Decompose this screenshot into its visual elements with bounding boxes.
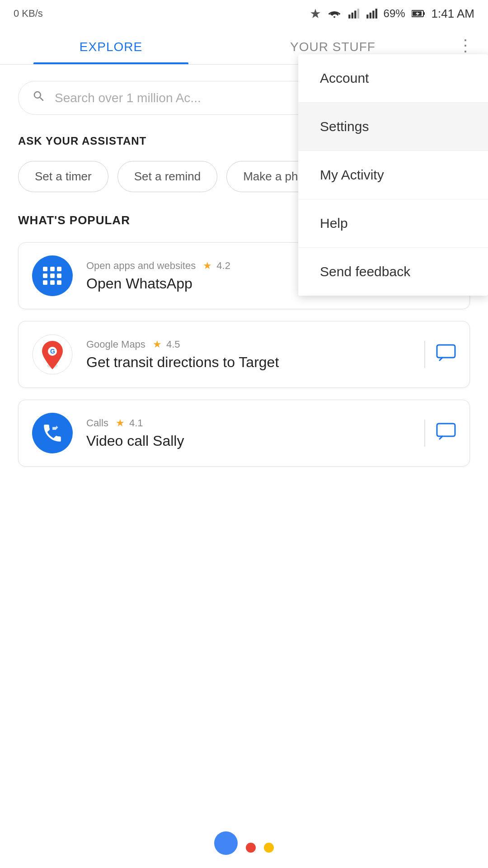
svg-rect-17 [437,424,455,436]
svg-rect-6 [372,11,374,19]
google-dot-blue [214,831,238,855]
card-calls[interactable]: Calls ★4.1 Video call Sally [18,400,470,467]
menu-item-activity[interactable]: My Activity [298,151,488,199]
svg-rect-7 [375,9,377,19]
google-dot-yellow [264,843,274,853]
svg-rect-4 [366,14,368,19]
wifi-icon [328,8,341,19]
whatsapp-icon [32,255,73,296]
search-icon [32,90,46,106]
svg-rect-3 [357,9,359,19]
menu-item-feedback[interactable]: Send feedback [298,248,488,296]
top-nav: EXPLORE YOUR STUFF ⋮ Account Settings My… [0,27,488,65]
card-calls-category: Calls ★4.1 [86,417,413,429]
chip-set-reminder[interactable]: Set a remind [117,161,217,192]
svg-rect-16 [437,345,455,358]
svg-rect-1 [351,13,353,19]
bottom-bar [0,818,488,868]
svg-rect-2 [354,11,356,19]
maps-rating: 4.5 [166,339,180,350]
card-divider3 [424,420,425,447]
battery-percent: 69% [384,7,405,20]
menu-item-help[interactable]: Help [298,199,488,248]
grid-icon [43,267,62,285]
more-options-button[interactable]: ⋮ [444,36,488,55]
menu-item-settings[interactable]: Settings [298,103,488,151]
network-speed: 0 KB/s [14,8,43,19]
star-icon2: ★ [153,339,162,350]
popular-label: WHAT'S POPULAR [18,213,130,227]
status-bar: 0 KB/s 69% 1:41 AM [0,0,488,27]
whatsapp-rating: 4.2 [216,260,230,272]
svg-text:G: G [50,348,55,355]
card-maps-category: Google Maps ★4.5 [86,339,413,350]
signal-icon [347,8,359,19]
tab-explore[interactable]: EXPLORE [0,27,222,64]
svg-rect-9 [423,12,425,15]
dropdown-menu: Account Settings My Activity Help Send f… [298,54,488,296]
chip-set-timer[interactable]: Set a timer [18,161,108,192]
menu-item-account[interactable]: Account [298,54,488,103]
card-calls-info: Calls ★4.1 Video call Sally [86,417,413,449]
maps-action-icon[interactable] [436,344,456,365]
calls-action-icon[interactable] [436,423,456,444]
maps-icon: G [32,334,73,375]
google-dot-red [246,843,256,853]
assistant-icon [310,8,321,19]
card-divider2 [424,341,425,368]
status-icons: 69% 1:41 AM [310,7,474,21]
card-calls-title: Video call Sally [86,433,413,449]
svg-rect-5 [369,13,371,19]
time: 1:41 AM [432,7,474,21]
card-maps-title: Get transit directions to Target [86,354,413,371]
card-maps-info: Google Maps ★4.5 Get transit directions … [86,339,413,371]
battery-icon [412,9,425,18]
calls-rating: 4.1 [129,417,143,429]
svg-rect-0 [348,14,350,19]
calls-icon [32,413,73,453]
signal2-icon [366,8,377,19]
search-placeholder: Search over 1 million Ac... [55,91,201,105]
card-maps[interactable]: G Google Maps ★4.5 Get transit direction… [18,321,470,388]
star-icon: ★ [203,260,212,272]
star-icon3: ★ [116,417,125,429]
